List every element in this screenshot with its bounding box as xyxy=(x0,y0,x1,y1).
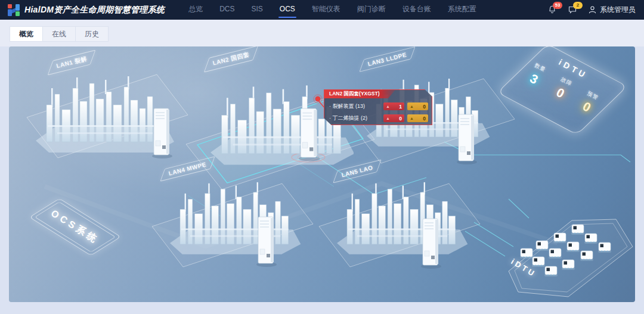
stat-value: 0 xyxy=(552,84,569,102)
factory-icon xyxy=(337,176,471,257)
alarm-count: 1 xyxy=(399,104,402,110)
nav-right: 53 2 系统管理员 xyxy=(547,5,636,15)
tab-history[interactable]: 历史 xyxy=(76,26,109,42)
user-icon xyxy=(588,5,597,14)
warning-triangle-icon: ▲ xyxy=(410,104,414,108)
app-logo-icon xyxy=(7,4,20,17)
tooltip-row-name: · 丁二烯抽提 (2) xyxy=(329,114,380,122)
warning-triangle-icon: ▲ xyxy=(410,116,414,120)
alarm-count-chip: ▲ 0 xyxy=(383,114,404,122)
tooltip-row-name: · 裂解装置 (13) xyxy=(329,102,380,110)
warning-count-chip: ▲ 0 xyxy=(407,114,428,122)
tooltip-header: LAN2 国四套(YXGST) xyxy=(324,90,395,98)
warning-count: 0 xyxy=(423,116,426,122)
alarm-bell-button[interactable]: 53 xyxy=(547,5,558,15)
nav-menu: 总览 DCS SIS OCS 智能仪表 阀门诊断 设备台账 系统配置 xyxy=(180,0,485,20)
idtu-device-cluster[interactable]: iDTU xyxy=(501,209,635,302)
stat-count: 数量 3 xyxy=(525,61,547,88)
alarm-count-chip: ▲ 1 xyxy=(383,102,404,110)
brand: HialDM资产全生命周期智慧管理系统 xyxy=(7,4,165,17)
alarm-count-badge: 53 xyxy=(553,2,562,9)
message-count-badge: 2 xyxy=(573,2,583,9)
stat-warning: 预警 0 xyxy=(578,89,599,116)
tooltip-title: LAN2 国四套(YXGST) xyxy=(329,91,380,98)
warning-triangle-icon: ▲ xyxy=(386,116,390,120)
nav-menu-item-valve-diagnosis[interactable]: 阀门诊断 xyxy=(349,0,394,20)
server-icon xyxy=(455,112,479,166)
server-icon xyxy=(419,216,443,270)
lan2-tooltip: LAN2 国四套(YXGST) · 裂解装置 (13) ▲ 1 ▲ 0 · 丁二… xyxy=(324,89,432,125)
stat-value: 0 xyxy=(578,98,595,116)
user-menu[interactable]: 系统管理员 xyxy=(588,5,636,15)
tab-online[interactable]: 在线 xyxy=(43,26,76,42)
nav-menu-item-dcs[interactable]: DCS xyxy=(211,0,243,20)
server-icon xyxy=(255,214,278,268)
nav-menu-item-sis[interactable]: SIS xyxy=(243,0,271,20)
scene-canvas[interactable]: LAN1 裂解 LAN2 国四套 LAN3 LLDPE LAN4 MWPE LA… xyxy=(9,46,635,302)
nav-menu-item-system-config[interactable]: 系统配置 xyxy=(439,0,485,20)
factory-icon xyxy=(170,176,304,257)
tooltip-row: · 丁二烯抽提 (2) ▲ 0 ▲ 0 xyxy=(329,114,428,123)
warning-count: 0 xyxy=(423,104,426,110)
warning-triangle-icon: ▲ xyxy=(386,104,390,108)
stat-value: 3 xyxy=(525,70,543,88)
user-name: 系统管理员 xyxy=(600,5,636,15)
tab-bar: 概览 在线 历史 xyxy=(0,20,644,46)
server-icon xyxy=(150,106,174,160)
alarm-count: 0 xyxy=(399,116,402,122)
nav-menu-item-instruments[interactable]: 智能仪表 xyxy=(304,0,349,20)
nav-menu-item-ocs[interactable]: OCS xyxy=(271,0,304,20)
warning-count-chip: ▲ 0 xyxy=(407,102,428,110)
nav-menu-item-overview[interactable]: 总览 xyxy=(180,0,211,20)
app-title: HialDM资产全生命周期智慧管理系统 xyxy=(24,5,165,15)
tooltip-row: · 裂解装置 (13) ▲ 1 ▲ 0 xyxy=(329,102,428,111)
top-navbar: HialDM资产全生命周期智慧管理系统 总览 DCS SIS OCS 智能仪表 … xyxy=(0,0,644,20)
stat-fault: 故障 0 xyxy=(552,76,573,102)
message-button[interactable]: 2 xyxy=(568,5,578,15)
tab-overview[interactable]: 概览 xyxy=(10,26,43,42)
nav-menu-item-equipment-ledger[interactable]: 设备台账 xyxy=(394,0,439,20)
server-icon xyxy=(297,106,322,163)
idtu-platform xyxy=(501,209,635,302)
